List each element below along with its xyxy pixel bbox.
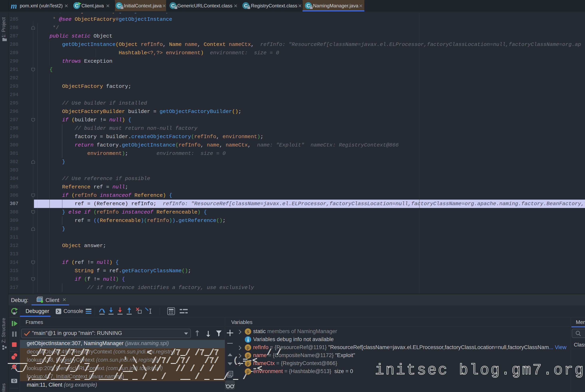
svg-text:p: p	[247, 361, 249, 366]
svg-text:C: C	[171, 3, 175, 8]
svg-text:s: s	[247, 329, 249, 334]
svg-text:p: p	[247, 353, 249, 358]
svg-text:p: p	[247, 345, 249, 350]
svg-text:C: C	[306, 3, 310, 8]
svg-text:C: C	[244, 3, 247, 8]
svg-text:p: p	[247, 369, 249, 374]
svg-text:C: C	[75, 3, 78, 8]
svg-text:C: C	[117, 3, 121, 8]
